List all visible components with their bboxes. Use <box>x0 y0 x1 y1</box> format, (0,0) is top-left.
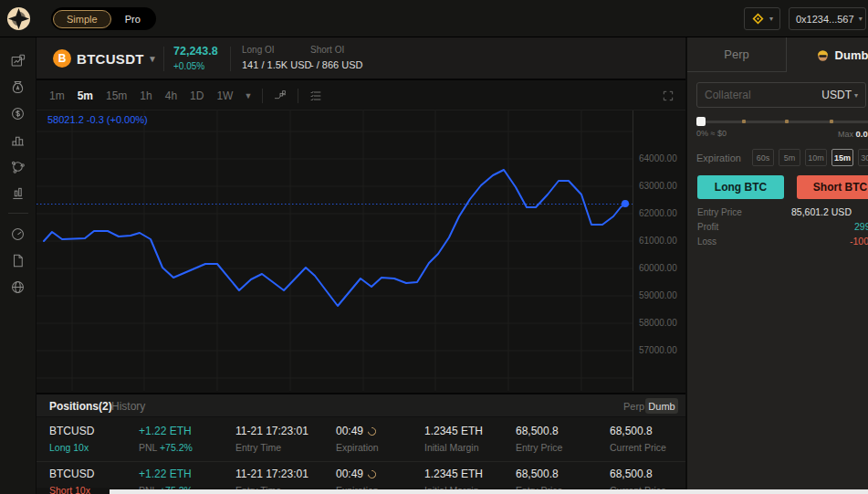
divider <box>230 47 231 71</box>
positions-mode-dumb[interactable]: Dumb <box>645 398 678 414</box>
loss-label: Loss <box>697 236 716 247</box>
main-area: B BTCUSDT ▼ 72,243.8 +0.05% Long OI 141 … <box>37 37 685 494</box>
current-price-label: Current Price <box>610 442 666 453</box>
price-change: +0.05% <box>173 61 218 71</box>
tab-positions[interactable]: Positions(2) <box>49 400 112 413</box>
timeframe-1d[interactable]: 1D <box>190 89 204 102</box>
tab-dumb[interactable]: Dumb <box>787 37 868 72</box>
rewards-dollar-icon[interactable] <box>9 104 27 122</box>
app-logo-icon[interactable] <box>6 6 31 31</box>
short-oi-label: Short OI <box>310 45 362 55</box>
chevron-down-icon[interactable]: ▼ <box>148 54 157 64</box>
expiration-countdown: 00:49 <box>336 468 363 480</box>
dumb-helmet-icon <box>816 48 830 62</box>
mode-pro-button[interactable]: Pro <box>111 11 154 27</box>
chart-settings-icon[interactable] <box>309 89 323 103</box>
wallet-address-button[interactable]: 0x1234...567 ▾ <box>789 7 866 30</box>
slider-step-dot[interactable] <box>830 120 833 123</box>
collateral-field: USDT ▾ <box>696 82 866 108</box>
entry-price: 68,500.8 <box>516 425 562 437</box>
leaderboard-icon[interactable] <box>9 131 27 149</box>
timeframe-1h[interactable]: 1h <box>140 89 152 102</box>
expiration-countdown: 00:49 <box>336 425 363 437</box>
network-globe-icon[interactable] <box>9 157 27 175</box>
last-price: 72,243.8 <box>173 45 218 58</box>
divider <box>298 89 298 103</box>
wallet-address: 0x1234...567 <box>796 14 854 25</box>
collateral-currency-select[interactable]: USDT ▾ <box>821 89 858 101</box>
slider-value-label: 0% ≈ $0 <box>696 129 727 138</box>
expiration-30m[interactable]: 30m <box>858 149 868 166</box>
position-row-long[interactable]: BTCUSDLong 10x +1.22 ETHPNL +75.2% 11-21… <box>37 419 685 458</box>
svg-text:57000.00: 57000.00 <box>639 345 677 355</box>
positions-mode-perp[interactable]: Perp <box>623 401 644 412</box>
fullscreen-icon[interactable] <box>662 89 675 102</box>
expiration-10m[interactable]: 10m <box>805 149 827 166</box>
chart-info-line: 58021.2 -0.3 (+0.00%) <box>47 114 148 125</box>
svg-text:60000.00: 60000.00 <box>639 263 677 273</box>
short-btc-button[interactable]: Short BTC <box>797 175 868 199</box>
y-axis-labels: 64000.0063000.0062000.0061000.0060000.00… <box>639 153 677 355</box>
earn-moneybag-icon[interactable] <box>9 78 27 96</box>
long-oi-value: 141 / 1.5K USD <box>242 59 311 70</box>
expiration-60s[interactable]: 60s <box>752 149 774 166</box>
timeframe-more-chevron-icon[interactable]: ▼ <box>244 91 252 100</box>
stats-icon[interactable] <box>9 184 27 202</box>
long-btc-button[interactable]: Long BTC <box>697 175 784 199</box>
tab-perp[interactable]: Perp <box>687 37 787 72</box>
collateral-input[interactable] <box>705 89 821 101</box>
trade-icon[interactable] <box>9 51 27 69</box>
timeframe-15m[interactable]: 15m <box>106 89 127 102</box>
position-size: +1.22 ETH <box>139 468 193 480</box>
positions-header: Positions(2) History Perp Dumb <box>37 394 685 417</box>
history-clock-icon[interactable] <box>9 225 27 243</box>
chevron-down-icon: ▾ <box>859 15 863 23</box>
price-block: 72,243.8 +0.05% <box>173 45 218 71</box>
language-globe-icon[interactable] <box>9 278 27 296</box>
slider-step-dot[interactable] <box>742 120 746 123</box>
pnl-value: +75.2% <box>160 442 193 453</box>
docs-icon[interactable] <box>9 251 27 269</box>
expiration-label: Expiration <box>336 442 379 453</box>
timeframe-5m[interactable]: 5m <box>78 89 93 102</box>
trade-panel: Perp Dumb USDT ▾ <box>687 37 868 494</box>
leverage-slider-handle[interactable] <box>696 117 706 126</box>
indicators-icon[interactable] <box>273 89 288 103</box>
pair-selector[interactable]: BTCUSDT <box>77 51 144 67</box>
leverage-slider-track[interactable] <box>696 121 868 123</box>
position-size: +1.22 ETH <box>139 425 193 437</box>
chain-selector-button[interactable]: ▾ <box>744 7 780 30</box>
chevron-down-icon: ▾ <box>769 15 773 23</box>
current-price: 68,500.8 <box>610 425 666 437</box>
timeframe-1w[interactable]: 1W <box>216 89 233 102</box>
timeframe-1m[interactable]: 1m <box>49 89 65 102</box>
entry-price-label: Entry Price <box>697 207 742 217</box>
mode-toggle: Simple Pro <box>51 7 156 30</box>
svg-text:58000.00: 58000.00 <box>639 318 677 328</box>
slider-step-dot[interactable] <box>785 120 789 123</box>
timeframe-4h[interactable]: 4h <box>165 89 177 102</box>
sidebar-nav <box>0 37 37 494</box>
initial-margin: 1.2345 ETH <box>424 425 483 437</box>
tab-history[interactable]: History <box>111 400 145 413</box>
profit-label: Profit <box>697 222 718 232</box>
position-side: Long 10x <box>49 442 94 453</box>
position-symbol: BTCUSD <box>49 425 94 437</box>
initial-margin: 1.2345 ETH <box>424 468 483 480</box>
expiration-15m[interactable]: 15m <box>831 149 853 166</box>
long-oi-block: Long OI 141 / 1.5K USD <box>242 45 311 70</box>
mode-simple-button[interactable]: Simple <box>53 10 111 28</box>
expiration-5m[interactable]: 5m <box>779 149 800 166</box>
svg-text:63000.00: 63000.00 <box>639 181 677 191</box>
app-root: Simple Pro ▾ 0x1234...567 ▾ <box>0 0 868 494</box>
svg-text:59000.00: 59000.00 <box>639 290 677 300</box>
price-chart[interactable]: 58021.2 -0.3 (+0.00%) 64000.0063000.0062… <box>37 110 685 391</box>
entry-time-label: Entry Time <box>235 442 309 453</box>
collateral-currency: USDT <box>821 89 852 101</box>
initial-margin-label: Initial Margin <box>424 442 483 453</box>
entry-time: 11-21 17:23:01 <box>235 425 309 437</box>
loss-value: -100 <box>850 236 868 247</box>
positions-panel: Positions(2) History Perp Dumb BTCUSDLon… <box>37 393 685 488</box>
position-symbol: BTCUSD <box>49 468 94 480</box>
ticker-bar: B BTCUSDT ▼ 72,243.8 +0.05% Long OI 141 … <box>37 37 685 80</box>
